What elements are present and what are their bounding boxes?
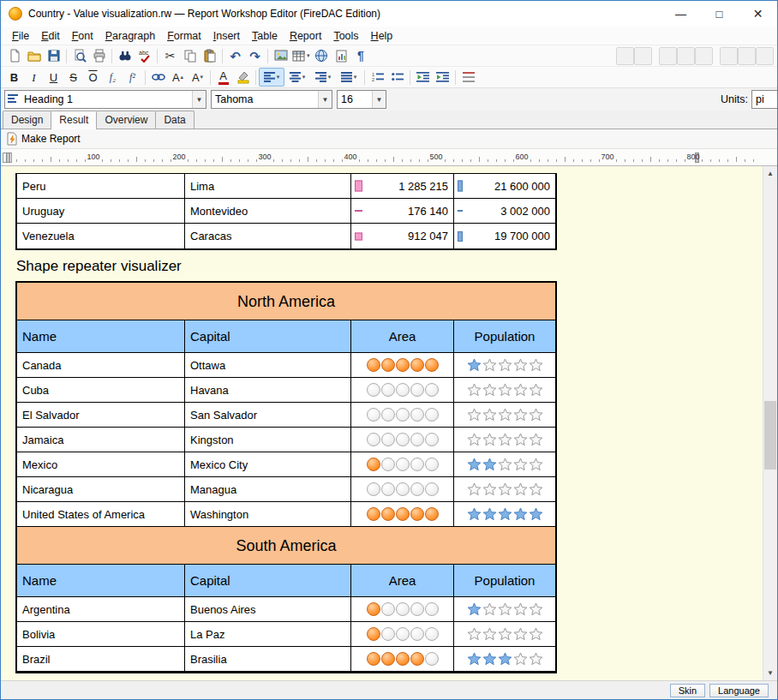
indent-button[interactable] bbox=[433, 68, 452, 87]
tab-result[interactable]: Result bbox=[51, 111, 97, 129]
find-button[interactable] bbox=[115, 46, 135, 65]
paste-button[interactable] bbox=[200, 46, 219, 65]
numbered-list-button[interactable]: 12 bbox=[368, 68, 387, 87]
hyperlink-globe-button[interactable] bbox=[312, 46, 332, 65]
print-button[interactable] bbox=[89, 46, 109, 65]
make-report-button[interactable]: Make Report bbox=[3, 131, 87, 147]
line-spacing-button[interactable] bbox=[458, 68, 478, 87]
highlight-icon bbox=[236, 70, 250, 84]
save-button[interactable] bbox=[44, 46, 63, 65]
menu-item-help[interactable]: Help bbox=[365, 28, 399, 44]
title-bar[interactable]: Country - Value visualization.rw — Repor… bbox=[1, 1, 777, 27]
column-header-population: Population bbox=[453, 320, 555, 352]
star-empty-icon bbox=[498, 358, 512, 372]
ruler-tick bbox=[85, 159, 86, 162]
ruler-tick bbox=[505, 159, 506, 162]
insert-table-button[interactable]: ▾ bbox=[290, 46, 312, 65]
ruler-tick bbox=[736, 157, 737, 162]
circle-empty-icon bbox=[396, 408, 410, 422]
skin-button[interactable]: Skin bbox=[670, 684, 705, 697]
tab-data[interactable]: Data bbox=[155, 111, 194, 129]
open-button[interactable] bbox=[24, 46, 44, 65]
shrink-font-button[interactable]: A▾ bbox=[188, 68, 207, 87]
grow-font-button[interactable]: A▴ bbox=[168, 68, 188, 87]
maximize-button[interactable]: □ bbox=[700, 1, 739, 27]
ruler-tick bbox=[702, 159, 703, 162]
menu-item-insert[interactable]: Insert bbox=[207, 28, 246, 44]
units-combo[interactable]: pi bbox=[751, 90, 777, 109]
highlight-button[interactable] bbox=[233, 68, 253, 87]
align-center-button[interactable]: ▾ bbox=[284, 68, 310, 87]
tab-design[interactable]: Design bbox=[3, 111, 51, 129]
scroll-down-button[interactable]: ▼ bbox=[763, 666, 777, 680]
font-combo[interactable]: Tahoma ▼ bbox=[211, 90, 332, 109]
menu-item-tools[interactable]: Tools bbox=[327, 28, 364, 44]
circle-empty-icon bbox=[425, 627, 439, 641]
menu-item-edit[interactable]: Edit bbox=[35, 28, 66, 44]
language-button[interactable]: Language bbox=[709, 684, 769, 697]
hyperlink-button[interactable] bbox=[148, 68, 168, 87]
menu-item-report[interactable]: Report bbox=[284, 28, 328, 44]
size-combo[interactable]: 16 ▼ bbox=[337, 90, 386, 109]
redo-button[interactable]: ↷ bbox=[245, 46, 265, 65]
star-empty-icon bbox=[498, 602, 512, 616]
scroll-up-button[interactable]: ▲ bbox=[763, 166, 777, 181]
overline-button[interactable]: O bbox=[83, 68, 103, 87]
capital-cell: Montevideo bbox=[184, 199, 350, 223]
circle-empty-icon bbox=[410, 408, 424, 422]
font-color-button[interactable]: A bbox=[213, 68, 233, 87]
table-row: ArgentinaBuenos Aires bbox=[17, 597, 555, 622]
horizontal-ruler: 100200300400500600700800 bbox=[1, 149, 777, 166]
circle-filled-icon bbox=[367, 627, 380, 641]
pilcrow-icon: ¶ bbox=[357, 50, 364, 62]
outdent-button[interactable] bbox=[413, 68, 433, 87]
show-paragraph-marks-button[interactable]: ¶ bbox=[351, 46, 371, 65]
undo-button[interactable]: ↶ bbox=[225, 46, 245, 65]
bold-button[interactable]: B bbox=[4, 68, 24, 87]
ruler-tick bbox=[710, 159, 711, 162]
menu-item-format[interactable]: Format bbox=[161, 28, 207, 44]
circle-filled-icon bbox=[396, 358, 410, 372]
make-report-bar: Make Report bbox=[1, 129, 777, 149]
align-right-button[interactable]: ▾ bbox=[310, 68, 336, 87]
menu-item-font[interactable]: Font bbox=[66, 28, 99, 44]
ruler-tick bbox=[573, 159, 574, 162]
menu-item-paragraph[interactable]: Paragraph bbox=[99, 28, 161, 44]
table-row: UruguayMontevideo176 1403 002 000 bbox=[17, 199, 555, 224]
left-margin-marker[interactable] bbox=[6, 153, 10, 163]
align-left-button[interactable]: ▾ bbox=[259, 68, 284, 87]
new-document-button[interactable] bbox=[4, 46, 24, 65]
tab-overview[interactable]: Overview bbox=[96, 111, 156, 129]
print-preview-button[interactable] bbox=[69, 46, 89, 65]
circle-empty-icon bbox=[425, 408, 439, 422]
circle-filled-icon bbox=[425, 507, 439, 521]
population-shapes-cell bbox=[453, 353, 555, 377]
table-row: United States of AmericaWashington bbox=[17, 502, 555, 527]
style-combo[interactable]: Heading 1 ▼ bbox=[4, 90, 206, 109]
subscript-button[interactable]: f₂ bbox=[103, 68, 123, 87]
menu-item-table[interactable]: Table bbox=[246, 28, 284, 44]
undo-icon: ↶ bbox=[230, 50, 241, 63]
subscript-glyph: f₂ bbox=[110, 72, 117, 82]
italic-button[interactable]: I bbox=[24, 68, 44, 87]
close-button[interactable]: ✕ bbox=[739, 1, 777, 27]
superscript-button[interactable]: f² bbox=[123, 68, 142, 87]
report-page[interactable]: PeruLima1 285 21521 600 000UruguayMontev… bbox=[1, 166, 763, 680]
spell-check-button[interactable]: abc bbox=[135, 46, 154, 65]
vertical-scrollbar[interactable]: ▲ ▼ bbox=[763, 166, 777, 680]
chart-button[interactable] bbox=[332, 46, 351, 65]
star-filled-icon bbox=[467, 652, 482, 666]
cut-button[interactable]: ✂ bbox=[160, 46, 180, 65]
menu-item-file[interactable]: File bbox=[6, 28, 35, 44]
circle-filled-icon bbox=[367, 652, 380, 666]
minimize-button[interactable]: — bbox=[661, 1, 700, 27]
insert-image-button[interactable] bbox=[271, 46, 290, 65]
size-value: 16 bbox=[338, 93, 372, 105]
copy-button[interactable] bbox=[180, 46, 200, 65]
scrollbar-thumb[interactable] bbox=[764, 401, 776, 470]
capital-cell: Washington bbox=[184, 502, 350, 526]
bullet-list-button[interactable] bbox=[387, 68, 407, 87]
strikethrough-button[interactable]: S bbox=[63, 68, 83, 87]
underline-button[interactable]: U bbox=[44, 68, 63, 87]
align-justify-button[interactable]: ▾ bbox=[336, 68, 362, 87]
